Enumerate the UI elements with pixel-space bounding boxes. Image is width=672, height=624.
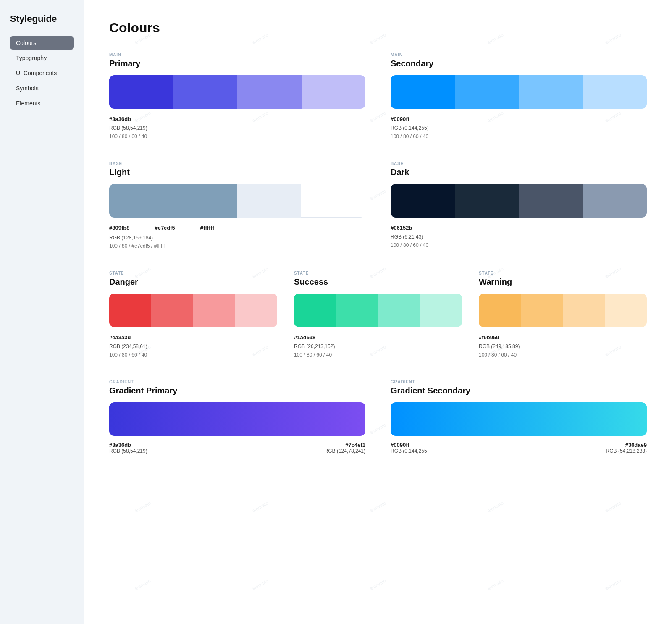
gradient-primary-hex-to: #7c4ef1 (325, 442, 365, 448)
gradient-primary-info: #3a36db RGB (58,54,219) #7c4ef1 RGB (124… (109, 442, 365, 454)
danger-opacity: 100 / 80 / 60 / 40 (109, 351, 277, 359)
gradient-primary-rgb-from: RGB (58,54,219) (109, 448, 147, 454)
sidebar-item-elements[interactable]: Elements (10, 97, 74, 110)
primary-hex: #3a36db (109, 115, 365, 124)
secondary-swatch-3 (519, 75, 583, 109)
sidebar-item-ui-components[interactable]: UI Components (10, 66, 74, 80)
light-name: Light (109, 168, 365, 177)
gradient-secondary-to: #36dae9 RGB (54,218,233) (606, 442, 647, 454)
app-title: Styleguide (10, 13, 74, 24)
success-hex: #1ad598 (294, 333, 462, 342)
gradient-grid: GRADIENT Gradient Primary #3a36db RGB (5… (109, 380, 647, 454)
primary-swatch-2 (173, 75, 238, 109)
warning-hex: #f9b959 (479, 333, 647, 342)
gradient-secondary-rgb-to: RGB (54,218,233) (606, 448, 647, 454)
light-label: BASE (109, 161, 365, 166)
gradient-primary-from: #3a36db RGB (58,54,219) (109, 442, 147, 454)
light-color-info: #809fb8 #e7edf5 #ffffff (109, 223, 365, 233)
gradient-secondary-info: #0090ff RGB (0,144,255 #36dae9 RGB (54,2… (391, 442, 647, 454)
success-opacity: 100 / 80 / 60 / 40 (294, 351, 462, 359)
gradient-secondary-hex-from: #0090ff (391, 442, 427, 448)
success-swatch-2 (336, 294, 378, 327)
secondary-swatch-row (391, 75, 647, 109)
danger-rgb: RGB (234,58,61) (109, 342, 277, 351)
gradient-primary-section: GRADIENT Gradient Primary #3a36db RGB (5… (109, 380, 365, 454)
dark-hex: #06152b (391, 223, 647, 233)
warning-swatch-row (479, 294, 647, 327)
state-colors-grid: STATE Danger #ea3a3d RGB (234,58,61) 100… (109, 271, 647, 359)
gradient-primary-swatch (109, 402, 365, 436)
light-section: BASE Light #809fb8 #e7edf5 #ffffff (109, 161, 365, 251)
danger-label: STATE (109, 271, 277, 275)
primary-swatch-3 (237, 75, 302, 109)
gradient-secondary-label: GRADIENT (391, 380, 647, 384)
danger-swatch-row (109, 294, 277, 327)
gradient-primary-name: Gradient Primary (109, 386, 365, 396)
danger-swatch-4 (235, 294, 277, 327)
dark-swatch-2 (455, 184, 519, 218)
gradient-secondary-rgb-from: RGB (0,144,255 (391, 448, 427, 454)
gradient-primary-to: #7c4ef1 RGB (124,78,241) (325, 442, 365, 454)
dark-rgb: RGB (6,21,43) (391, 233, 647, 241)
dark-color-info: #06152b RGB (6,21,43) 100 / 80 / 60 / 40 (391, 223, 647, 250)
dark-section: BASE Dark #06152b RGB (6,21,43) 100 / 80… (391, 161, 647, 251)
warning-name: Warning (479, 277, 647, 287)
secondary-swatch-2 (455, 75, 519, 109)
light-hex-main: #809fb8 (109, 223, 129, 233)
primary-rgb: RGB (58,54,219) (109, 124, 365, 132)
primary-section: MAIN Primary #3a36db RGB (58,54,219) 100… (109, 52, 365, 141)
gradient-secondary-hex-to: #36dae9 (606, 442, 647, 448)
primary-opacity: 100 / 80 / 60 / 40 (109, 132, 365, 141)
success-rgb: RGB (26,213,152) (294, 342, 462, 351)
gradient-primary-rgb-to: RGB (124,78,241) (325, 448, 365, 454)
secondary-swatch-1 (391, 75, 455, 109)
gradient-secondary-name: Gradient Secondary (391, 386, 647, 396)
warning-section: STATE Warning #f9b959 RGB (249,185,89) 1… (479, 271, 647, 359)
secondary-swatch-4 (583, 75, 647, 109)
secondary-rgb: RGB (0,144,255) (391, 124, 647, 132)
dark-label: BASE (391, 161, 647, 166)
primary-secondary-grid: MAIN Primary #3a36db RGB (58,54,219) 100… (109, 52, 647, 251)
light-hex-mid: #e7edf5 (155, 223, 175, 233)
success-swatch-1 (294, 294, 336, 327)
primary-color-info: #3a36db RGB (58,54,219) 100 / 80 / 60 / … (109, 115, 365, 141)
dark-swatch-row (391, 184, 647, 218)
primary-name: Primary (109, 59, 365, 68)
secondary-hex: #0090ff (391, 115, 647, 124)
light-swatch-2 (237, 184, 301, 218)
sidebar-item-symbols[interactable]: Symbols (10, 81, 74, 95)
sidebar: Styleguide Colours Typography UI Compone… (0, 0, 84, 624)
secondary-opacity: 100 / 80 / 60 / 40 (391, 132, 647, 141)
light-swatch-row (109, 184, 365, 218)
danger-name: Danger (109, 277, 277, 287)
warning-color-info: #f9b959 RGB (249,185,89) 100 / 80 / 60 /… (479, 333, 647, 359)
light-hex-end: #ffffff (200, 223, 214, 233)
primary-swatch-row (109, 75, 365, 109)
secondary-name: Secondary (391, 59, 647, 68)
primary-swatch-4 (302, 75, 366, 109)
warning-label: STATE (479, 271, 647, 275)
dark-swatch-3 (519, 184, 583, 218)
warning-swatch-1 (479, 294, 521, 327)
warning-opacity: 100 / 80 / 60 / 40 (479, 351, 647, 359)
success-label: STATE (294, 271, 462, 275)
dark-name: Dark (391, 168, 647, 177)
gradient-secondary-swatch (391, 402, 647, 436)
light-swatch-1 (109, 184, 237, 218)
gradient-secondary-from: #0090ff RGB (0,144,255 (391, 442, 427, 454)
success-section: STATE Success #1ad598 RGB (26,213,152) 1… (294, 271, 462, 359)
gradient-primary-hex-from: #3a36db (109, 442, 147, 448)
sidebar-item-typography[interactable]: Typography (10, 51, 74, 65)
sidebar-item-colours[interactable]: Colours (10, 36, 74, 50)
warning-swatch-4 (605, 294, 647, 327)
success-color-info: #1ad598 RGB (26,213,152) 100 / 80 / 60 /… (294, 333, 462, 359)
success-swatch-3 (378, 294, 420, 327)
light-rgb: RGB (128,159,184) 100 / 80 / #e7edf5 / #… (109, 233, 365, 251)
success-name: Success (294, 277, 462, 287)
warning-swatch-3 (563, 294, 605, 327)
warning-rgb: RGB (249,185,89) (479, 342, 647, 351)
success-swatch-row (294, 294, 462, 327)
primary-swatch-1 (109, 75, 173, 109)
gradient-primary-label: GRADIENT (109, 380, 365, 384)
danger-hex: #ea3a3d (109, 333, 277, 342)
